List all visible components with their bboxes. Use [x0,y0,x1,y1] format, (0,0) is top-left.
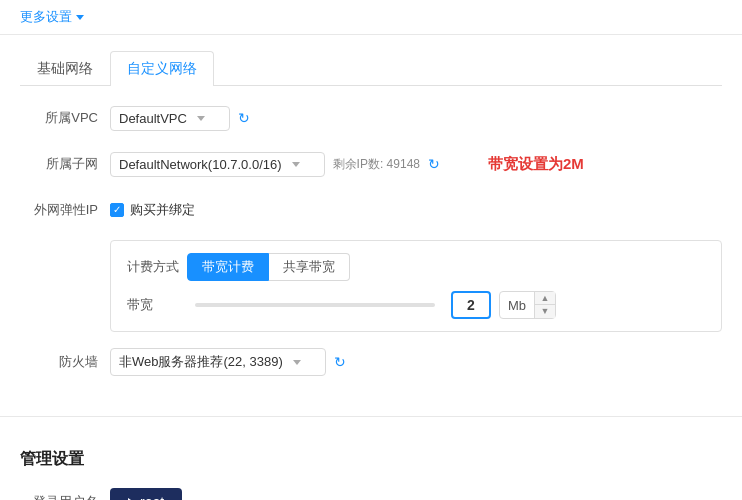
billing-label: 计费方式 [127,258,187,276]
annotation-text: 带宽设置为2M [488,155,584,174]
vpc-row: 所属VPC DefaultVPC ↻ [20,102,722,134]
management-section: 管理设置 登录用户名 root 设置密码* 👁 随机生成 [0,433,742,500]
management-title: 管理设置 [20,449,722,470]
subnet-select-arrow-icon [292,162,300,167]
elastic-ip-content: ✓ 购买并绑定 [110,201,722,219]
chevron-down-icon [76,15,84,20]
vpc-select-arrow-icon [197,116,205,121]
firewall-select[interactable]: 非Web服务器推荐(22, 3389) [110,348,326,376]
bandwidth-row: 带宽 2 Mb ▲ ▼ [127,291,705,319]
checkbox-check-icon: ✓ [113,205,121,215]
firewall-select-value: 非Web服务器推荐(22, 3389) [119,353,283,371]
vpc-label: 所属VPC [20,109,110,127]
login-name-content: root [110,488,722,500]
vpc-refresh-icon[interactable]: ↻ [238,110,250,126]
purchase-checkbox[interactable]: ✓ [110,203,124,217]
purchase-label: 购买并绑定 [130,201,195,219]
network-tabs: 基础网络 自定义网络 [20,51,722,86]
section-divider [0,416,742,417]
billing-tab-shared[interactable]: 共享带宽 [269,253,350,281]
subnet-select-value: DefaultNetwork(10.7.0.0/16) [119,157,282,172]
stepper-up-button[interactable]: ▲ [535,292,555,305]
billing-tab-bandwidth[interactable]: 带宽计费 [187,253,269,281]
login-name-button[interactable]: root [110,488,182,500]
subnet-select[interactable]: DefaultNetwork(10.7.0.0/16) [110,152,325,177]
firewall-select-arrow-icon [293,360,301,365]
tab-custom-network[interactable]: 自定义网络 [110,51,214,86]
login-name-label: 登录用户名 [20,493,110,500]
firewall-row: 防火墙 非Web服务器推荐(22, 3389) ↻ [20,346,722,378]
remain-ip-label: 剩余IP数: 49148 [333,156,420,173]
bandwidth-label: 带宽 [127,296,187,314]
vpc-content: DefaultVPC ↻ [110,106,722,131]
unit-stepper-wrap: Mb ▲ ▼ [499,291,556,319]
billing-card: 计费方式 带宽计费 共享带宽 带宽 2 Mb [110,240,722,332]
vpc-select-value: DefaultVPC [119,111,187,126]
login-name-row: 登录用户名 root [20,486,722,500]
firewall-refresh-icon[interactable]: ↻ [334,354,346,370]
top-bar: 更多设置 [0,0,742,35]
billing-outer-row: 计费方式 带宽计费 共享带宽 带宽 2 Mb [20,240,722,332]
stepper-buttons: ▲ ▼ [535,292,555,318]
purchase-checkbox-wrap: ✓ 购买并绑定 [110,201,195,219]
tab-basic-network[interactable]: 基础网络 [20,51,110,86]
billing-row: 计费方式 带宽计费 共享带宽 [127,253,705,281]
vpc-select[interactable]: DefaultVPC [110,106,230,131]
bandwidth-value-box[interactable]: 2 [451,291,491,319]
bandwidth-input-wrap: 2 Mb ▲ ▼ [187,291,556,319]
login-name-value: root [140,494,164,500]
subnet-refresh-icon[interactable]: ↻ [428,156,440,172]
firewall-label: 防火墙 [20,353,110,371]
bandwidth-unit-label: Mb [500,292,535,318]
network-section: 基础网络 自定义网络 所属VPC DefaultVPC ↻ 所属子网 Defau… [0,35,742,408]
more-settings-link[interactable]: 更多设置 [20,8,84,26]
stepper-down-button[interactable]: ▼ [535,305,555,318]
elastic-ip-label: 外网弹性IP [20,201,110,219]
more-settings-label: 更多设置 [20,8,72,26]
firewall-content: 非Web服务器推荐(22, 3389) ↻ [110,348,722,376]
subnet-label: 所属子网 [20,155,110,173]
billing-tabs: 带宽计费 共享带宽 [187,253,350,281]
bandwidth-slider[interactable] [195,303,435,307]
elastic-ip-row: 外网弹性IP ✓ 购买并绑定 [20,194,722,226]
subnet-content: DefaultNetwork(10.7.0.0/16) 剩余IP数: 49148… [110,152,722,177]
subnet-row: 所属子网 DefaultNetwork(10.7.0.0/16) 剩余IP数: … [20,148,722,180]
